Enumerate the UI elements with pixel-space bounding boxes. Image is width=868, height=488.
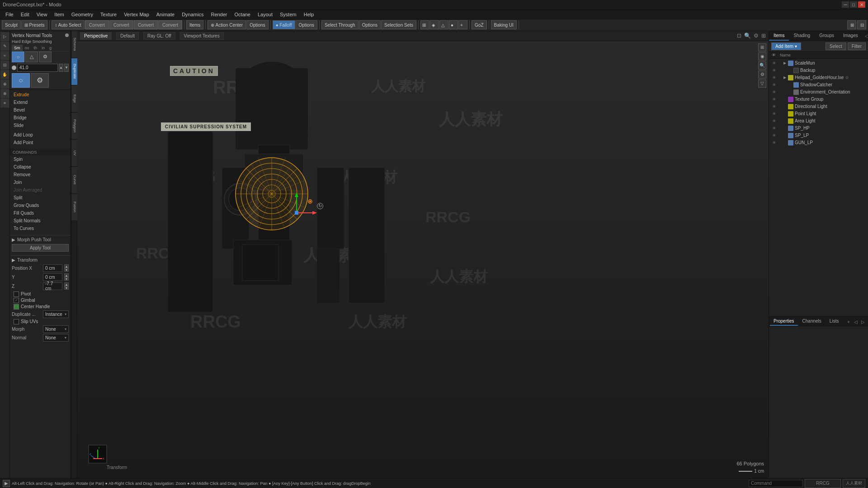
presets-button[interactable]: ⊞ Presets	[21, 20, 48, 29]
menu-texture[interactable]: Texture	[97, 11, 120, 18]
pos-x-up[interactable]: ▲	[64, 264, 69, 268]
pos-z-up[interactable]: ▲	[64, 282, 69, 286]
tree-item-texturegroup[interactable]: 👁 ▶ Texture Group	[769, 96, 868, 103]
bridge-tool[interactable]: Bridge	[10, 114, 71, 122]
cmd-split[interactable]: Split	[10, 194, 71, 202]
vp-ctrl-1[interactable]: ⊞	[758, 43, 766, 52]
smoothing-value-input[interactable]	[17, 64, 58, 72]
sm-tab-3[interactable]: th	[32, 45, 40, 51]
menu-system[interactable]: System	[276, 11, 300, 18]
rp-tab-shading[interactable]: Shading	[789, 31, 815, 41]
goz-button[interactable]: GoZ	[472, 20, 486, 29]
tree-item-gun-lp[interactable]: 👁 ▶ GUN_LP	[769, 139, 868, 146]
menu-edit[interactable]: Edit	[17, 11, 33, 18]
convert-button-2[interactable]: Convert	[109, 20, 133, 29]
eye-icon-helipad[interactable]: 👁	[771, 75, 777, 81]
bevel-tool[interactable]: Bevel	[10, 106, 71, 114]
falloff-button[interactable]: ● Falloff	[273, 20, 295, 29]
eye-icon-backup[interactable]: 👁	[771, 67, 777, 74]
cmd-to-curves[interactable]: To Curves	[10, 225, 71, 232]
props-tab-channels[interactable]: Channels	[799, 318, 825, 326]
flatten-button[interactable]: ⊟	[0, 61, 9, 70]
center-handle-checkbox[interactable]: ✓	[14, 304, 19, 310]
side-tab-curve[interactable]: Curve	[71, 167, 78, 194]
vp-tab-perspective[interactable]: Perspective	[80, 32, 112, 40]
props-tab-lists[interactable]: Lists	[826, 318, 843, 326]
position-x-input[interactable]: 0 cm	[43, 264, 62, 272]
pos-z-down[interactable]: ▼	[64, 286, 69, 290]
arrow-sp-lp[interactable]: ▶	[783, 133, 788, 137]
tree-item-pointlight[interactable]: 👁 ▶ Point Light	[769, 110, 868, 117]
select-mode-button[interactable]: ▷	[0, 32, 9, 41]
sculpt-button[interactable]: Sculpt	[2, 20, 21, 29]
side-tab-uv[interactable]: UV	[71, 140, 78, 167]
options-button-3[interactable]: Options	[359, 20, 381, 29]
eye-icon-envorientation[interactable]: 👁	[771, 89, 777, 95]
normal-btn-circle[interactable]: ○	[12, 52, 24, 62]
sm-tab-1[interactable]: Sm	[12, 45, 23, 51]
cmd-spin[interactable]: Spin	[10, 155, 71, 163]
tree-item-helipad[interactable]: 👁 ▶ Helipad_GoldenHour.lxe ☆	[769, 74, 868, 81]
menu-animate[interactable]: Animate	[153, 11, 178, 18]
menu-render[interactable]: Render	[207, 11, 231, 18]
eye-icon-sp-lp[interactable]: 👁	[771, 132, 777, 139]
slip-uvs-checkbox[interactable]	[14, 319, 19, 324]
arrow-envorientation[interactable]: ▶	[789, 90, 793, 94]
arrow-sp-hp[interactable]: ▶	[783, 126, 788, 130]
sm-tab-4[interactable]: in	[39, 45, 47, 51]
tree-item-envorientation[interactable]: 👁 ▶ Environment_Orientation	[769, 89, 868, 96]
pivot-checkbox[interactable]	[14, 291, 19, 297]
viewport-canvas[interactable]: RRCG 人人素材 RRCG 人人素材 RRCG 人人素材 RRCG 人人素材 …	[77, 41, 769, 488]
normal-btn-tri[interactable]: △	[25, 52, 38, 62]
grab-button[interactable]: ✋	[0, 70, 9, 79]
arrow-arealight[interactable]: ▶	[783, 119, 788, 123]
add-point-tool[interactable]: Add Point	[10, 139, 71, 146]
close-button[interactable]: ✕	[858, 1, 865, 8]
side-tab-polygon[interactable]: Polygon	[71, 113, 78, 140]
value-down-arrow[interactable]: ▼	[64, 64, 69, 72]
eye-icon-texturegroup[interactable]: 👁	[771, 96, 777, 103]
cmd-remove[interactable]: Remove	[10, 171, 71, 178]
cmd-join-averaged[interactable]: Join Averaged	[10, 186, 71, 194]
baking-ui-button[interactable]: Baking UI	[491, 20, 517, 29]
normal-btn-gear[interactable]: ⚙	[39, 52, 52, 62]
add-loop-tool[interactable]: Add Loop	[10, 131, 71, 139]
vp-tab-raygl[interactable]: Ray GL: Off	[143, 32, 175, 40]
menu-file[interactable]: File	[2, 11, 17, 18]
vp-tab-textures[interactable]: Viewport Textures	[180, 32, 224, 40]
inflate-button[interactable]: ⊕	[0, 80, 9, 89]
big-btn-circle[interactable]: ○	[12, 73, 30, 88]
convert-button-3[interactable]: Convert	[134, 20, 158, 29]
menu-octane[interactable]: Octane	[231, 11, 254, 18]
tree-item-sp-lp[interactable]: 👁 ▶ SP_LP	[769, 132, 868, 139]
props-add-icon[interactable]: +	[845, 319, 852, 325]
side-tab-edge[interactable]: Edge	[71, 85, 78, 113]
eye-icon-scalemun[interactable]: 👁	[771, 60, 777, 66]
gimbal-checkbox[interactable]	[14, 298, 19, 303]
menu-layout[interactable]: Layout	[254, 11, 276, 18]
props-collapse-icon[interactable]: ▷	[860, 319, 866, 325]
arrow-shadowcatcher[interactable]: ▶	[789, 83, 793, 87]
normal-dropdown[interactable]: None ▾	[43, 334, 69, 342]
toggle-icon[interactable]: ⊞	[761, 33, 766, 39]
cmd-collapse[interactable]: Collapse	[10, 163, 71, 171]
side-tab-duplicate[interactable]: Duplicate	[71, 58, 78, 85]
action-center-button[interactable]: ⊕ Action Center	[208, 20, 246, 29]
mode-btn-4[interactable]: ●	[449, 20, 458, 29]
tree-item-arealight[interactable]: 👁 ▶ Area Light	[769, 117, 868, 125]
cmd-split-normals[interactable]: Split Normals	[10, 217, 71, 225]
settings-icon[interactable]: ⚙	[754, 33, 759, 39]
cmd-fill-quads[interactable]: Fill Quads	[10, 209, 71, 217]
mode-btn-3[interactable]: △	[439, 20, 448, 29]
mode-btn-1[interactable]: ⊞	[420, 20, 429, 29]
position-y-input[interactable]: 0 cm	[43, 273, 62, 281]
eye-icon-pointlight[interactable]: 👁	[771, 111, 777, 117]
sm-tab-2[interactable]: oo	[23, 45, 32, 51]
mode-btn-2[interactable]: ◈	[430, 20, 439, 29]
layer-button[interactable]: ≡	[0, 99, 9, 108]
menu-dynamics[interactable]: Dynamics	[178, 11, 207, 18]
status-arrow-icon[interactable]: ▶	[3, 480, 10, 487]
smooth-button[interactable]: ≈	[0, 51, 9, 60]
mode-btn-5[interactable]: +	[458, 20, 467, 29]
side-tab-schema[interactable]: Schema	[71, 31, 78, 58]
